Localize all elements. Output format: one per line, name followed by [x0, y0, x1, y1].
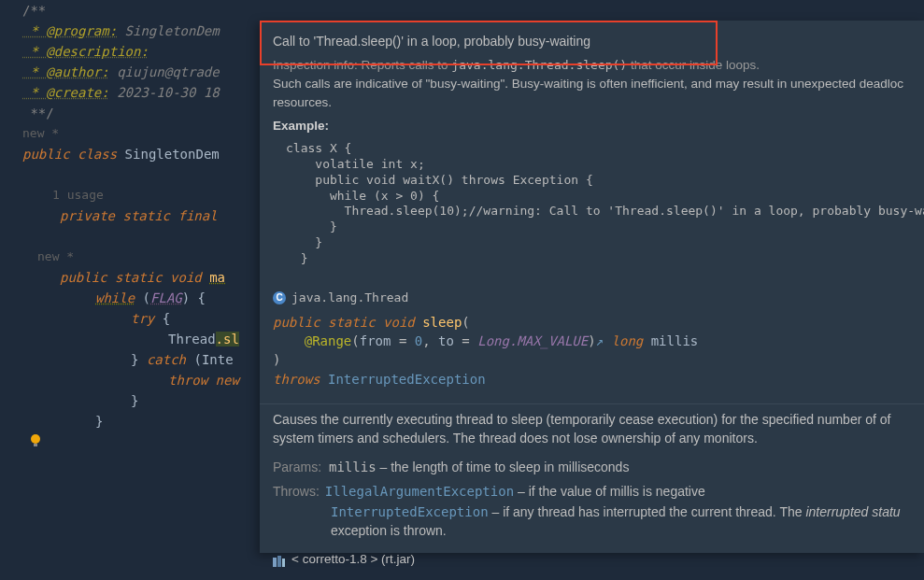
params-section: Params: millis – the length of time to s… — [260, 448, 924, 476]
example-label: Example: — [273, 119, 329, 133]
keyword-new: new — [216, 373, 239, 388]
sig-long: long — [612, 333, 644, 348]
keyword-private: private — [60, 208, 115, 223]
keyword-static: static — [122, 208, 170, 223]
inspection-info: Inspection info: Reports calls to java.l… — [273, 56, 911, 75]
keyword-void: void — [170, 270, 202, 285]
throw1-name[interactable]: IllegalArgumentException — [325, 484, 514, 499]
throw1-text2: is negative — [639, 484, 705, 499]
throw2-name[interactable]: InterruptedException — [331, 504, 489, 519]
class-icon: C — [273, 291, 286, 304]
sig-from: from — [360, 333, 391, 348]
doc-value: qiujun@qtrade — [109, 64, 220, 79]
svg-rect-4 — [282, 559, 285, 567]
sig-throws: throws — [273, 372, 320, 387]
doc-value: SingletonDem — [117, 23, 220, 38]
info-label: Inspection info: — [273, 58, 362, 72]
svg-rect-1 — [34, 444, 37, 446]
method-main: ma — [209, 270, 225, 285]
keyword-final: final — [178, 208, 217, 223]
info-text: Reports calls to — [362, 58, 452, 72]
sig-public: public — [273, 315, 320, 330]
doc-comment-open: /** — [22, 0, 924, 21]
throw1-code: millis — [610, 484, 639, 499]
svg-point-0 — [31, 434, 40, 444]
keyword-public: public — [60, 270, 107, 285]
sig-max: Long.MAX_VALUE — [477, 333, 588, 348]
keyword-static: static — [115, 270, 163, 285]
svg-rect-3 — [277, 556, 281, 567]
info-text2: that occur inside loops. — [627, 58, 760, 72]
library-icon — [273, 554, 286, 565]
sig-to: to — [438, 333, 454, 348]
intention-bulb-icon[interactable] — [28, 433, 43, 448]
sleep-partial: .sl — [216, 332, 239, 347]
inspection-title: Call to 'Thread.sleep()' in a loop, prob… — [273, 32, 911, 50]
throw2-text: – if any thread has interrupted the curr… — [489, 504, 806, 519]
brace-open: { — [154, 311, 170, 326]
method-description: Causes the currently executing thread to… — [260, 410, 924, 448]
svg-rect-2 — [273, 558, 277, 567]
sig-void: void — [383, 315, 415, 330]
class-fqn: java.lang.Thread — [291, 290, 408, 307]
module-text: < corretto-1.8 > (rt.jar) — [291, 550, 415, 569]
inspection-desc2: resources. — [273, 93, 911, 112]
divider — [260, 403, 924, 404]
sig-method: sleep — [422, 315, 462, 330]
inspection-desc: Such calls are indicative of "busy-waiti… — [273, 75, 911, 93]
doc-tag: * @program: — [22, 23, 117, 38]
param-text: – the length of time to sleep in millise… — [377, 460, 630, 474]
keyword-public: public — [22, 147, 70, 162]
paren-close: ) { — [182, 290, 206, 305]
sig-param: millis — [651, 333, 699, 348]
sig-static: static — [328, 315, 376, 330]
class-name: SingletonDem — [125, 147, 220, 162]
keyword-class: class — [78, 147, 117, 162]
throws-section: Throws: IllegalArgumentException – if th… — [260, 476, 924, 541]
brace-close: } — [131, 352, 138, 367]
doc-tag: * @author: — [22, 64, 109, 79]
keyword-catch: catch — [147, 352, 186, 367]
paren-open: ( — [143, 290, 150, 305]
catch-param: (Inte — [193, 352, 233, 367]
info-code: java.lang.Thread.sleep() — [451, 58, 627, 72]
throws-label: Throws: — [273, 482, 320, 501]
method-signature: public static void sleep( @Range(from = … — [273, 313, 911, 389]
keyword-throw: throw — [168, 373, 207, 388]
keyword-try: try — [131, 311, 154, 326]
flag-ident: FLAG — [150, 290, 182, 305]
sig-exception[interactable]: InterruptedException — [328, 372, 486, 387]
sig-annotation: @Range — [305, 333, 352, 348]
doc-tag: * @description: — [22, 44, 149, 59]
params-label: Params: — [273, 460, 321, 474]
doc-tag: * @create: — [22, 85, 109, 100]
keyword-while: while — [95, 290, 135, 305]
doc-value: 2023-10-30 18 — [109, 85, 220, 100]
sig-zero: 0 — [415, 333, 422, 348]
thread-ident: Thread — [168, 332, 216, 347]
example-code: class X { volatile int x; public void wa… — [286, 141, 911, 267]
throw2-continuation: exception is thrown. — [331, 521, 911, 540]
class-reference[interactable]: C java.lang.Thread — [273, 290, 911, 307]
param-name: millis — [329, 460, 377, 474]
throw2-italic: interrupted statu — [805, 504, 900, 519]
throw1-text: – if the value of — [514, 484, 610, 499]
documentation-popup: Call to 'Thread.sleep()' in a loop, prob… — [260, 21, 924, 553]
module-source[interactable]: < corretto-1.8 > (rt.jar) — [260, 541, 924, 569]
